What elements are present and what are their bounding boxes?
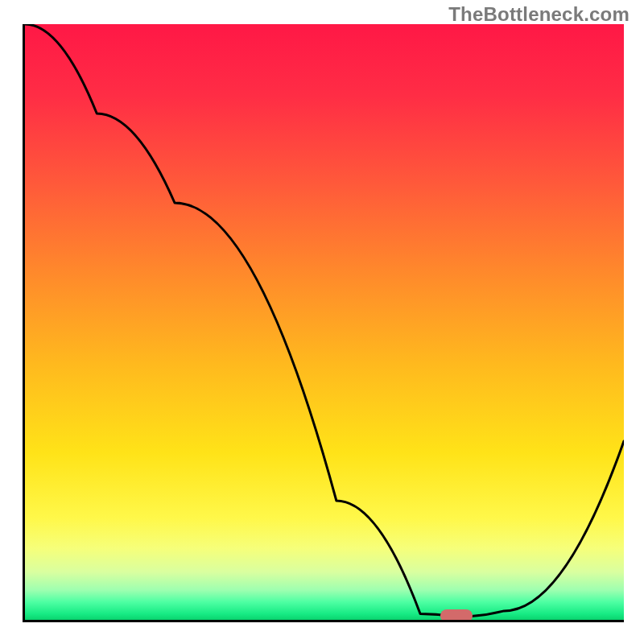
watermark-text: TheBottleneck.com bbox=[448, 3, 630, 26]
optimal-marker bbox=[440, 609, 473, 622]
bottleneck-curve bbox=[25, 24, 624, 620]
chart-stage: TheBottleneck.com bbox=[0, 0, 644, 644]
plot-area bbox=[23, 24, 624, 622]
